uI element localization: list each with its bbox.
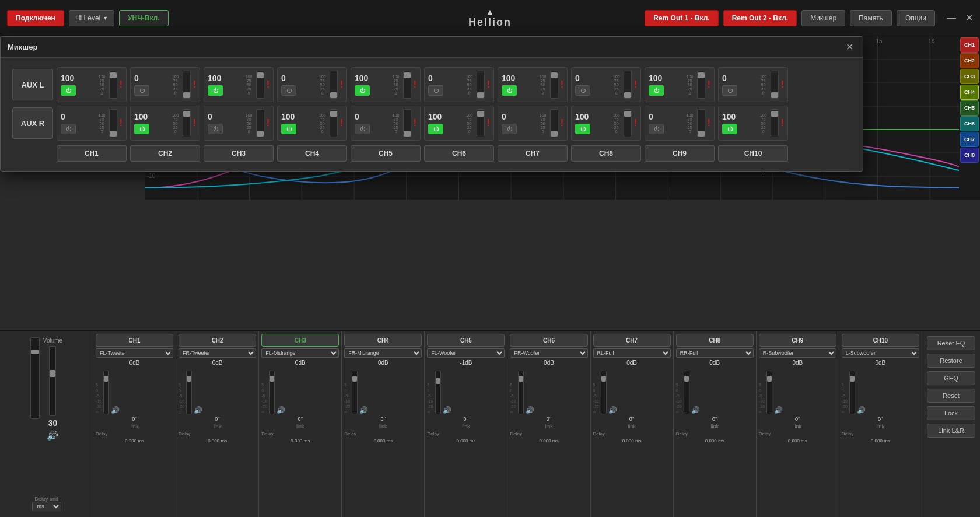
bottom-ch8-select[interactable]: RR-Full [676, 348, 754, 358]
ch8-aux-r-power[interactable]: ⏻ [575, 124, 590, 134]
ch1-label-box[interactable]: CH1 [57, 145, 127, 162]
bottom-ch8-fader[interactable] [684, 371, 690, 414]
rem-out1-button[interactable]: Rem Out 1 - Вкл. [645, 10, 718, 26]
ch2-aux-l-fader[interactable] [183, 71, 191, 99]
ch2-label-box[interactable]: CH2 [130, 145, 200, 162]
bottom-ch3-name[interactable]: CH3 [261, 334, 339, 347]
ch3-label-box[interactable]: CH3 [204, 145, 274, 162]
ch3-aux-r-fader[interactable] [256, 109, 264, 137]
ch4-label-box[interactable]: CH4 [277, 145, 347, 162]
ch7-aux-r-fader[interactable] [550, 109, 558, 137]
memory-button[interactable]: Память [850, 10, 892, 26]
bottom-ch2-name[interactable]: CH2 [178, 334, 256, 347]
ch-tab-5[interactable]: CH5 [960, 100, 979, 116]
bottom-ch1-name[interactable]: CH1 [96, 334, 173, 347]
ch4-aux-l-power[interactable]: ⏻ [281, 85, 296, 96]
bottom-ch10-name[interactable]: CH10 [842, 334, 919, 347]
ch-tab-8[interactable]: CH8 [960, 148, 979, 163]
bottom-ch9-select[interactable]: R-Subwoofer [759, 348, 836, 358]
ch7-aux-l-power[interactable]: ⏻ [502, 85, 517, 96]
ch5-aux-r-fader[interactable] [403, 109, 411, 137]
ch7-label-box[interactable]: CH7 [498, 145, 568, 162]
ch9-label-box[interactable]: CH9 [645, 145, 715, 162]
delay-unit-select[interactable]: ms samples [32, 502, 61, 511]
ch8-label-box[interactable]: CH8 [571, 145, 641, 162]
bottom-ch8-name[interactable]: CH8 [676, 334, 754, 347]
ch9-aux-l-fader[interactable] [697, 71, 705, 99]
bottom-ch7-fader[interactable] [601, 371, 607, 414]
ch6-label-box[interactable]: CH6 [424, 145, 494, 162]
bottom-ch2-select[interactable]: FR-Tweeter [178, 348, 256, 358]
ch1-aux-l-fader[interactable] [109, 71, 117, 99]
bottom-ch2-fader[interactable] [186, 371, 192, 414]
bottom-ch6-fader[interactable] [518, 371, 524, 414]
ch10-aux-l-fader[interactable] [771, 71, 779, 99]
ch9-aux-r-power[interactable]: ⏻ [649, 124, 664, 134]
ch5-label-box[interactable]: CH5 [351, 145, 421, 162]
ch6-aux-r-fader[interactable] [477, 109, 485, 137]
bottom-ch10-select[interactable]: L-Subwoofer [842, 348, 919, 358]
bottom-ch3-fader[interactable] [269, 371, 275, 414]
ch8-aux-l-fader[interactable] [624, 71, 632, 99]
ch8-aux-l-power[interactable]: ⏻ [575, 85, 590, 96]
bottom-ch7-select[interactable]: RL-Full [593, 348, 671, 358]
ch7-aux-l-fader[interactable] [550, 71, 558, 99]
ch4-aux-l-fader[interactable] [330, 71, 338, 99]
bottom-ch1-select[interactable]: FL-Tweeter [96, 348, 173, 358]
ch-tab-3[interactable]: CH3 [960, 69, 979, 84]
hi-level-button[interactable]: Hi Level [69, 10, 114, 26]
ch10-aux-r-power[interactable]: ⏻ [722, 124, 737, 134]
bottom-ch5-fader[interactable] [435, 371, 441, 414]
bottom-ch6-select[interactable]: FR-Woofer [510, 348, 587, 358]
ch6-aux-r-power[interactable]: ⏻ [428, 124, 443, 134]
ch3-aux-r-power[interactable]: ⏻ [208, 124, 223, 134]
reset-button[interactable]: Reset [927, 389, 975, 403]
bottom-ch5-name[interactable]: CH5 [427, 334, 505, 347]
ch1-aux-r-fader[interactable] [109, 109, 117, 137]
options-button[interactable]: Опции [897, 10, 935, 26]
lock-button[interactable]: Lock [927, 406, 975, 420]
bottom-ch6-name[interactable]: CH6 [510, 334, 587, 347]
bottom-ch4-fader[interactable] [352, 371, 358, 414]
ch1-aux-r-power[interactable]: ⏻ [61, 124, 76, 134]
ch7-aux-r-power[interactable]: ⏻ [502, 124, 517, 134]
bottom-ch10-fader[interactable] [849, 371, 855, 414]
close-button[interactable]: ✕ [965, 12, 973, 23]
ch1-aux-l-power[interactable]: ⏻ [61, 85, 76, 96]
bottom-ch4-name[interactable]: CH4 [344, 334, 422, 347]
minimize-button[interactable]: — [947, 13, 956, 23]
ch-tab-1[interactable]: CH1 [960, 37, 979, 53]
ch9-aux-l-power[interactable]: ⏻ [649, 85, 664, 96]
ch3-aux-l-fader[interactable] [256, 71, 264, 99]
ch2-aux-r-power[interactable]: ⏻ [134, 124, 149, 134]
ch10-aux-l-power[interactable]: ⏻ [722, 85, 737, 96]
bottom-ch9-name[interactable]: CH9 [759, 334, 836, 347]
ch4-aux-r-power[interactable]: ⏻ [281, 124, 296, 134]
rem-out2-button[interactable]: Rem Out 2 - Вкл. [723, 10, 797, 26]
ch5-aux-l-power[interactable]: ⏻ [355, 85, 370, 96]
ch-tab-6[interactable]: CH6 [960, 116, 979, 131]
uhf-button[interactable]: УНЧ-Вкл. [119, 10, 168, 26]
reset-eq-button[interactable]: Reset EQ [927, 336, 975, 350]
mixer-button[interactable]: Микшер [802, 10, 845, 26]
connect-button[interactable]: Подключен [7, 10, 64, 26]
ch6-aux-l-fader[interactable] [477, 71, 485, 99]
restore-button[interactable]: Restore [927, 354, 975, 368]
ch10-aux-r-fader[interactable] [771, 109, 779, 137]
volume-fader[interactable] [49, 346, 56, 416]
mixer-close-button[interactable]: ✕ [844, 41, 856, 53]
ch2-aux-l-power[interactable]: ⏻ [134, 85, 149, 96]
ch5-aux-r-power[interactable]: ⏻ [355, 124, 370, 134]
ch5-aux-l-fader[interactable] [403, 71, 411, 99]
link-lr-button[interactable]: Link L&R [927, 424, 975, 438]
bottom-ch9-fader[interactable] [766, 371, 772, 414]
bottom-ch1-fader[interactable] [103, 371, 109, 414]
bottom-ch7-name[interactable]: CH7 [593, 334, 671, 347]
ch-tab-7[interactable]: CH7 [960, 132, 979, 147]
ch9-aux-r-fader[interactable] [697, 109, 705, 137]
ch4-aux-r-fader[interactable] [330, 109, 338, 137]
ch6-aux-l-power[interactable]: ⏻ [428, 85, 443, 96]
bottom-ch5-select[interactable]: FL-Woofer [427, 348, 505, 358]
ch3-aux-l-power[interactable]: ⏻ [208, 85, 223, 96]
ch-tab-4[interactable]: CH4 [960, 85, 979, 100]
